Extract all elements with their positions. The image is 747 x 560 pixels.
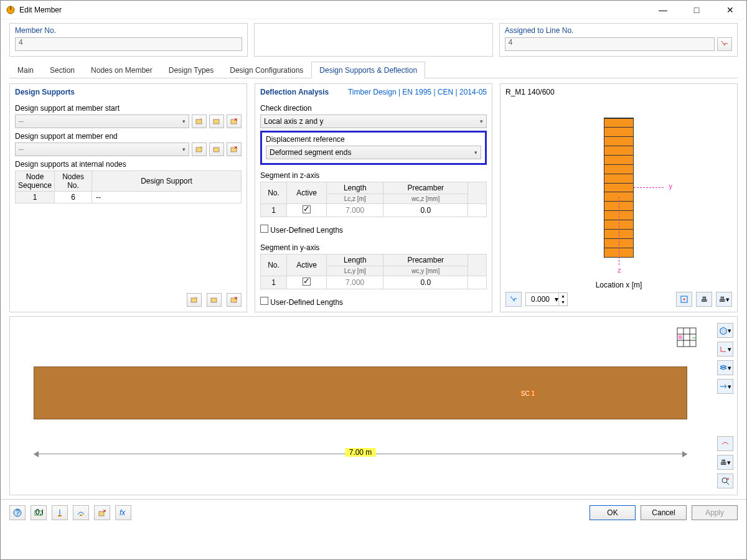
middle-empty-group bbox=[254, 23, 492, 57]
supports-copy-button[interactable] bbox=[207, 293, 222, 307]
location-label: Location x [m] bbox=[505, 281, 732, 289]
support-start-new[interactable] bbox=[192, 114, 207, 128]
displacement-ref-highlight: Displacement reference Deformed segment … bbox=[260, 131, 487, 165]
ok-button[interactable]: OK bbox=[590, 505, 636, 520]
member-graphic: SC 1 bbox=[34, 366, 687, 419]
support-start-lib[interactable] bbox=[209, 114, 224, 128]
service-class-tag: SC 1 bbox=[519, 390, 537, 396]
app-icon bbox=[6, 5, 16, 15]
deflection-panel: Deflection Analysis Timber Design | EN 1… bbox=[255, 83, 492, 312]
segment-y-label: Segment in y-axis bbox=[260, 243, 487, 252]
svg-rect-3 bbox=[214, 119, 219, 124]
svg-rect-9 bbox=[211, 298, 217, 302]
tab-design-types[interactable]: Design Types bbox=[161, 62, 222, 78]
check-direction-combo[interactable]: Local axis z and y▾ bbox=[260, 114, 487, 128]
member-elevation-view[interactable]: ▾ ▾ ▾ ▾ 🖶▾ SC 1 7.00 m bbox=[9, 316, 738, 495]
support-end-lib[interactable] bbox=[209, 142, 224, 156]
support-start-combo[interactable]: --▾ bbox=[15, 114, 189, 128]
segment-y-table: No. Active Length Precamber Lc,y [m] wc,… bbox=[260, 254, 487, 289]
assigned-line-input[interactable]: 4 bbox=[505, 37, 715, 51]
view-iso-button[interactable]: ▾ bbox=[717, 323, 733, 338]
segment-z-active-checkbox bbox=[303, 205, 311, 213]
supports-delete-button[interactable] bbox=[227, 293, 242, 307]
remove-button[interactable] bbox=[94, 505, 110, 520]
col-nodes: Nodes No. bbox=[55, 171, 92, 192]
line-button[interactable] bbox=[73, 505, 89, 520]
support-end-del[interactable] bbox=[227, 142, 242, 156]
dimension-value: 7.00 m bbox=[345, 448, 376, 457]
svg-rect-27 bbox=[99, 511, 104, 516]
section-preview-panel: R_M1 140/600 Location x [m] 0.000▾▲▼ bbox=[500, 83, 738, 312]
svg-rect-6 bbox=[214, 147, 219, 152]
view-axes-button[interactable]: ▾ bbox=[717, 342, 733, 357]
length-y-highlight: Length bbox=[327, 254, 383, 266]
displacement-ref-label: Displacement reference bbox=[266, 135, 481, 144]
apply-button: Apply bbox=[692, 505, 738, 520]
segment-z-label: Segment in z-axis bbox=[260, 171, 487, 180]
displacement-ref-combo[interactable]: Deformed segment ends▾ bbox=[266, 146, 481, 159]
svg-rect-17 bbox=[679, 335, 682, 339]
svg-rect-26 bbox=[80, 515, 82, 516]
table-row[interactable]: 1 7.000 0.0 bbox=[261, 276, 487, 289]
segment-z-table: No. Active Length Precamber Lc,z [m] wc,… bbox=[260, 182, 487, 217]
deflection-title: Deflection Analysis Timber Design | EN 1… bbox=[260, 88, 487, 96]
design-supports-title: Design Supports bbox=[15, 88, 242, 96]
svg-line-19 bbox=[726, 482, 729, 485]
tab-bar: Main Section Nodes on Member Design Type… bbox=[9, 62, 738, 78]
svg-rect-2 bbox=[196, 119, 202, 124]
nodes-button[interactable] bbox=[52, 505, 68, 520]
tab-design-supports-deflection[interactable]: Design Supports & Deflection bbox=[311, 62, 425, 78]
support-start-del[interactable] bbox=[227, 114, 242, 128]
svg-text:?: ? bbox=[16, 508, 20, 517]
units-button[interactable]: 0,00 bbox=[31, 505, 47, 520]
function-button[interactable]: fx bbox=[115, 505, 131, 520]
preview-pick-button[interactable] bbox=[505, 292, 522, 307]
section-name-label: R_M1 140/600 bbox=[505, 88, 732, 96]
support-end-combo[interactable]: --▾ bbox=[15, 142, 189, 156]
maximize-button[interactable]: □ bbox=[685, 5, 708, 15]
pick-line-button[interactable] bbox=[717, 37, 732, 51]
table-row[interactable]: 1 6 -- bbox=[16, 192, 242, 203]
help-button[interactable]: ? bbox=[9, 505, 26, 520]
view-deformation-button[interactable] bbox=[717, 436, 733, 451]
preview-more-button[interactable]: 🖶▾ bbox=[716, 292, 732, 307]
view-print-button[interactable]: 🖶▾ bbox=[717, 455, 733, 470]
view-section-button[interactable]: ▾ bbox=[717, 379, 733, 394]
tab-nodes-on-member[interactable]: Nodes on Member bbox=[83, 62, 161, 78]
svg-rect-8 bbox=[191, 298, 197, 302]
support-start-label: Design support at member start bbox=[15, 104, 242, 113]
location-spinner[interactable]: 0.000▾▲▼ bbox=[525, 292, 568, 306]
svg-point-18 bbox=[722, 478, 727, 483]
tab-main[interactable]: Main bbox=[9, 62, 42, 78]
col-seq: Node Sequence bbox=[16, 171, 55, 192]
tab-design-configurations[interactable]: Design Configurations bbox=[222, 62, 311, 78]
table-row[interactable]: 1 7.000 0.0 bbox=[261, 204, 487, 217]
cancel-button[interactable]: Cancel bbox=[641, 505, 687, 520]
minimize-button[interactable]: — bbox=[652, 5, 674, 15]
svg-text:fx: fx bbox=[120, 508, 126, 517]
svg-rect-25 bbox=[58, 515, 62, 516]
titlebar: Edit Member — □ ✕ bbox=[1, 1, 746, 19]
user-defined-y-checkbox[interactable]: User-Defined Lengths bbox=[260, 297, 487, 307]
tab-section[interactable]: Section bbox=[42, 62, 83, 78]
support-end-new[interactable] bbox=[192, 142, 207, 156]
design-supports-panel: Design Supports Design support at member… bbox=[9, 83, 247, 312]
preview-zoom-extents-button[interactable] bbox=[676, 292, 692, 307]
support-end-label: Design support at member end bbox=[15, 132, 242, 141]
axis-z-icon bbox=[619, 197, 619, 265]
view-cube-icon[interactable] bbox=[674, 324, 700, 350]
check-direction-label: Check direction bbox=[260, 104, 487, 113]
col-design-support: Design Support bbox=[92, 171, 242, 192]
internal-nodes-label: Design supports at internal nodes bbox=[15, 160, 242, 169]
user-defined-z-checkbox[interactable]: User-Defined Lengths bbox=[260, 225, 487, 235]
view-reset-button[interactable] bbox=[717, 474, 733, 488]
supports-new-button[interactable] bbox=[187, 293, 202, 307]
close-button[interactable]: ✕ bbox=[719, 5, 741, 15]
preview-print-button[interactable]: 🖶 bbox=[696, 292, 712, 307]
window-title: Edit Member bbox=[19, 6, 652, 14]
dimension-line: 7.00 m bbox=[34, 454, 687, 466]
svg-rect-1 bbox=[10, 6, 11, 10]
member-no-input[interactable]: 4 bbox=[15, 37, 242, 51]
design-standard-link[interactable]: Timber Design | EN 1995 | CEN | 2014-05 bbox=[348, 88, 487, 96]
view-layers-button[interactable]: ▾ bbox=[717, 360, 733, 375]
